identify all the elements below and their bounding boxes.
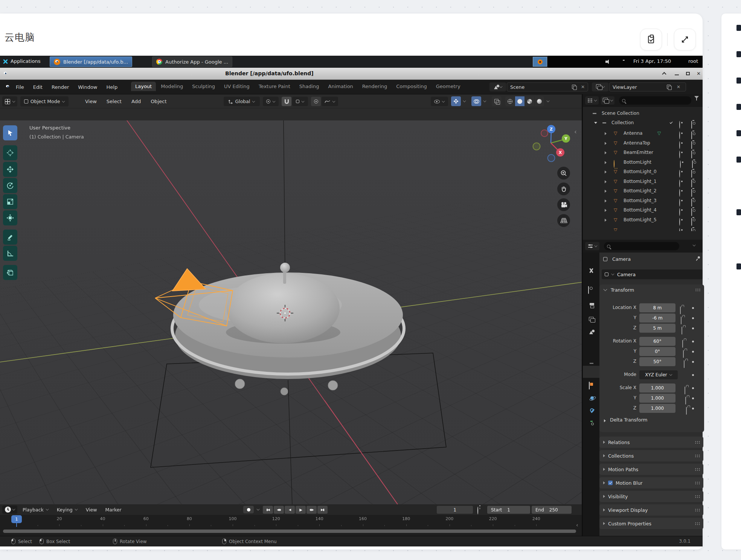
- outliner-row-bottomlight-0[interactable]: ▽BottomLight_0: [583, 167, 703, 177]
- show-overlays-toggle[interactable]: [471, 96, 481, 106]
- tray-blender-icon[interactable]: [533, 57, 547, 67]
- outliner-row-antenna[interactable]: ▽Antenna▽: [583, 129, 703, 138]
- hide-eye-icon[interactable]: [679, 121, 680, 129]
- object-name-field[interactable]: Camera: [602, 269, 703, 279]
- expand-icon[interactable]: [605, 209, 607, 212]
- tool-transform[interactable]: [3, 210, 17, 225]
- workspace-tab-texture-paint[interactable]: Texture Paint: [255, 82, 294, 91]
- menu-help[interactable]: Help: [107, 84, 118, 90]
- timeline-scrollbar[interactable]: [3, 530, 576, 533]
- shading-wireframe-button[interactable]: [505, 96, 515, 106]
- expand-icon[interactable]: [594, 122, 597, 124]
- panel-grip[interactable]: [695, 468, 700, 471]
- outliner-row-bottomlight-5[interactable]: ▽BottomLight_5: [583, 216, 703, 225]
- workspace-tab-layout[interactable]: Layout: [131, 82, 156, 91]
- render-camera-icon[interactable]: [691, 151, 692, 158]
- viewport-menu-view[interactable]: View: [85, 99, 97, 104]
- overlays-dropdown[interactable]: [483, 99, 486, 102]
- viewport-menu-object[interactable]: Object: [151, 99, 166, 104]
- timeline-ruler[interactable]: 1 20406080100120140160180200220240: [0, 515, 582, 527]
- filter-icon[interactable]: [694, 96, 699, 106]
- transform-field-scale-x[interactable]: 1.000: [639, 383, 675, 393]
- render-camera-icon[interactable]: [691, 218, 692, 226]
- render-camera-icon[interactable]: [692, 160, 693, 168]
- panel-grip[interactable]: [695, 495, 700, 498]
- playhead-badge[interactable]: 1: [11, 515, 22, 523]
- workspace-tab-shading[interactable]: Shading: [295, 82, 323, 91]
- hide-eye-icon[interactable]: [679, 180, 680, 187]
- copy-icon[interactable]: [667, 85, 671, 89]
- outliner-row-antennatop[interactable]: ▽AntennaTop: [583, 139, 703, 148]
- snap-toggle[interactable]: [282, 97, 291, 106]
- animate-dot[interactable]: [692, 397, 694, 399]
- gizmo-neg-z[interactable]: [548, 155, 555, 162]
- outliner-row-bottomlight-1[interactable]: ▽BottomLight_1: [583, 177, 703, 186]
- transform-mode-dropdown[interactable]: XYZ Euler: [639, 370, 678, 379]
- lock-icon[interactable]: [682, 340, 683, 348]
- workspace-tab-uv-editing[interactable]: UV Editing: [220, 82, 254, 91]
- viewport-menu-add[interactable]: Add: [131, 99, 141, 104]
- hide-eye-icon[interactable]: [679, 151, 680, 158]
- expand-icon[interactable]: [605, 142, 607, 145]
- panel-visibility[interactable]: Visibility: [599, 491, 703, 502]
- prev-frame-button[interactable]: ◀: [285, 506, 295, 514]
- remove-icon[interactable]: ✕: [677, 84, 680, 90]
- lock-icon[interactable]: [686, 407, 687, 415]
- gizmo-neg-x[interactable]: [533, 143, 540, 150]
- render-camera-icon[interactable]: [691, 208, 692, 216]
- menu-edit[interactable]: Edit: [33, 84, 43, 90]
- timeline-editor-type[interactable]: [2, 505, 17, 514]
- fullscreen-button[interactable]: [674, 29, 696, 50]
- render-camera-icon[interactable]: [691, 180, 692, 187]
- shading-rendered-button[interactable]: [535, 96, 544, 106]
- navigation-gizmo[interactable]: Z Y X: [528, 124, 572, 164]
- viewlayer-selector-button[interactable]: [592, 82, 608, 91]
- workspace-tab-geometry[interactable]: Geometry: [432, 82, 465, 91]
- animate-dot[interactable]: [692, 361, 694, 363]
- prev-keyframe-button[interactable]: ◀◆: [274, 506, 284, 514]
- menu-window[interactable]: Window: [78, 84, 97, 90]
- shade-icon[interactable]: [662, 72, 666, 76]
- hide-eye-icon[interactable]: [679, 228, 680, 231]
- close-icon[interactable]: ✕: [697, 71, 701, 76]
- taskbar-clock[interactable]: Fri 3 Apr, 17:50: [633, 58, 671, 64]
- scene-field[interactable]: Scene ✕: [507, 82, 588, 91]
- viewlayer-field[interactable]: ViewLayer ✕: [609, 82, 686, 91]
- gizmo-dropdown[interactable]: [463, 99, 466, 102]
- outliner-display-mode[interactable]: [585, 96, 599, 105]
- maximize-icon[interactable]: [686, 72, 690, 75]
- tool-rotate[interactable]: [3, 178, 17, 193]
- lock-icon[interactable]: [683, 350, 684, 358]
- panel-relations[interactable]: Relations: [599, 437, 703, 448]
- panel-grip[interactable]: [695, 441, 700, 444]
- proportional-edit-toggle[interactable]: [311, 97, 321, 106]
- editor-type-button[interactable]: [2, 96, 17, 107]
- jump-to-end-button[interactable]: ▶▮: [317, 506, 328, 514]
- timeline-menu-keying[interactable]: Keying: [57, 507, 78, 513]
- tab-render-icon[interactable]: [588, 286, 589, 294]
- panel-motion-blur[interactable]: Motion Blur: [599, 477, 703, 488]
- properties-search[interactable]: [604, 242, 679, 250]
- animate-dot[interactable]: [692, 341, 694, 342]
- expand-icon[interactable]: [605, 151, 607, 154]
- pan-button[interactable]: [557, 183, 570, 195]
- orientation-selector[interactable]: Global: [224, 97, 260, 106]
- snap-target-selector[interactable]: [292, 97, 308, 106]
- gizmo-neg-y[interactable]: [541, 130, 548, 137]
- transform-field-z[interactable]: 1.000: [639, 404, 675, 413]
- hide-eye-icon[interactable]: [679, 199, 680, 207]
- play-button[interactable]: ▶: [296, 506, 306, 514]
- menu-render[interactable]: Render: [52, 84, 69, 90]
- tab-object-icon[interactable]: [589, 382, 590, 390]
- outliner-row-bottomlight[interactable]: BottomLight: [583, 158, 703, 167]
- animate-dot[interactable]: [692, 351, 694, 353]
- lock-icon[interactable]: [680, 306, 681, 314]
- copy-icon[interactable]: [572, 85, 576, 89]
- render-camera-icon[interactable]: [691, 121, 692, 129]
- workspace-tab-compositing[interactable]: Compositing: [392, 82, 431, 91]
- transform-field-rotation-x[interactable]: 60°: [639, 337, 675, 346]
- workspace-tab-rendering[interactable]: Rendering: [358, 82, 391, 91]
- expand-icon[interactable]: [605, 199, 607, 202]
- auto-key-button[interactable]: [243, 506, 254, 513]
- panel-grip[interactable]: [695, 454, 700, 458]
